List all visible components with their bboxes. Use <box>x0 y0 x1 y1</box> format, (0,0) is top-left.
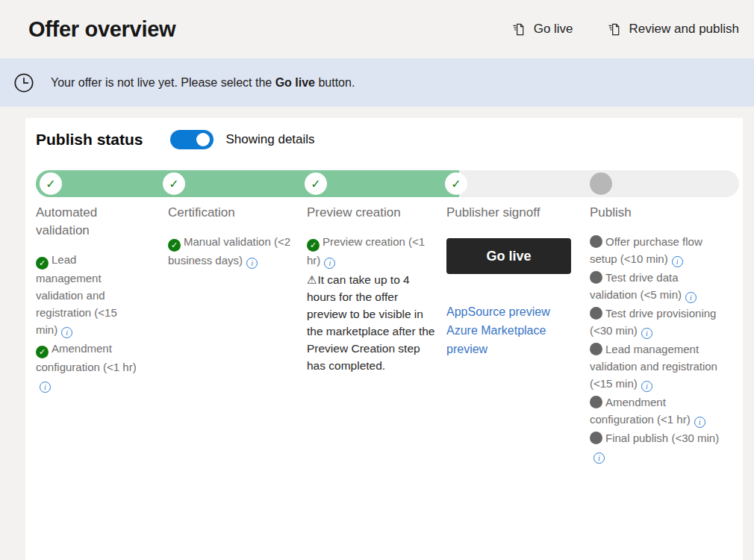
stage-column-automated-validation: Automated validation✓Lead management val… <box>36 204 140 394</box>
stage-label-certification: Certification <box>168 204 299 222</box>
check-icon: ✓ <box>168 239 181 252</box>
step-indicator-publish <box>590 172 612 195</box>
pending-dot-icon <box>590 307 602 320</box>
info-icon[interactable]: i <box>593 452 605 464</box>
progress-steps: ✓✓✓✓ <box>36 170 739 197</box>
pending-dot-icon <box>590 432 602 444</box>
info-icon[interactable]: i <box>324 258 335 269</box>
stage-label-automated-validation: Automated validation <box>36 204 140 240</box>
stage-label-preview-creation: Preview creation <box>307 204 436 222</box>
task-text: Amendment configuration (<1 hr) <box>590 396 691 426</box>
warning-text: It can take up to 4 hours for the offer … <box>307 273 434 372</box>
check-icon: ✓ <box>307 239 320 252</box>
step-indicator-preview-creation: ✓ <box>305 172 327 195</box>
showing-details-label: Showing details <box>226 132 315 147</box>
spacer <box>0 107 754 118</box>
stage-column-preview-creation: Preview creation✓Preview creation (<1 hr… <box>307 204 436 374</box>
task-text: Offer purchase flow setup (<10 min) <box>590 235 702 265</box>
toggle-knob <box>196 133 210 146</box>
offer-overview-page: Offer overview Go live <box>0 0 754 560</box>
task-row: Lead management validation and registrat… <box>590 340 721 392</box>
preview-links: AppSource previewAzure Marketplace previ… <box>446 302 579 358</box>
preview-delay-warning: ⚠It can take up to 4 hours for the offer… <box>307 271 436 374</box>
page-title: Offer overview <box>28 17 175 42</box>
pending-dot-icon <box>590 271 602 284</box>
pending-dot-icon <box>590 396 602 408</box>
task-text: Amendment configuration (<1 hr) <box>36 342 137 373</box>
task-row: ✓Manual validation (<2 business days)i <box>168 233 299 269</box>
banner-message: Your offer is not live yet. Please selec… <box>51 76 355 90</box>
publish-document-icon <box>608 22 622 37</box>
task-row: ✓Lead management validation and registra… <box>36 251 140 338</box>
task-text: Test drive provisioning (<30 min) <box>590 307 716 337</box>
header-actions: Go live Review and publish <box>512 22 739 37</box>
info-icon[interactable]: i <box>40 382 51 393</box>
task-text: Lead management validation and registrat… <box>590 343 717 390</box>
stage-label-publish: Publish <box>590 204 721 222</box>
info-icon[interactable]: i <box>672 256 683 267</box>
task-row: ✓Preview creation (<1 hr)i <box>307 233 436 269</box>
task-text: Test drive data validation (<5 min) <box>590 271 682 301</box>
task-row: ✓Amendment configuration (<1 hr)i <box>36 340 140 393</box>
banner-go-live-bold: Go live <box>275 76 315 89</box>
info-icon[interactable]: i <box>61 327 72 338</box>
task-row: Offer purchase flow setup (<10 min)i <box>590 233 721 267</box>
step-indicator-certification: ✓ <box>163 172 185 195</box>
step-indicator-publisher-signoff: ✓ <box>445 172 467 195</box>
info-icon[interactable]: i <box>694 417 705 428</box>
review-and-publish-button[interactable]: Review and publish <box>608 22 739 37</box>
info-icon[interactable]: i <box>641 381 652 392</box>
stage-column-publish: PublishOffer purchase flow setup (<10 mi… <box>590 204 721 465</box>
publish-document-icon <box>512 22 526 37</box>
task-row: Final publish (<30 min)i <box>590 429 721 464</box>
clock-icon <box>13 72 34 93</box>
stage-label-publisher-signoff: Publisher signoff <box>446 204 579 222</box>
task-text: Manual validation (<2 business days) <box>168 235 290 267</box>
info-icon[interactable]: i <box>641 328 652 339</box>
task-row: Test drive data validation (<5 min)i <box>590 269 721 303</box>
publish-status-header: Publish status Showing details <box>36 130 739 149</box>
publish-status-title: Publish status <box>36 131 143 149</box>
link-azure-marketplace-preview[interactable]: Azure Marketplace preview <box>446 321 579 358</box>
go-live-header-label: Go live <box>534 22 573 37</box>
task-row: Test drive provisioning (<30 min)i <box>590 305 721 339</box>
info-icon[interactable]: i <box>685 292 697 303</box>
publish-status-card: Publish status Showing details ✓✓✓✓ Auto… <box>25 118 743 560</box>
page-header: Offer overview Go live <box>0 0 754 58</box>
stage-column-publisher-signoff: Publisher signoffGo liveAppSource previe… <box>446 204 579 358</box>
task-row: Amendment configuration (<1 hr)i <box>590 393 721 428</box>
review-and-publish-label: Review and publish <box>629 22 739 37</box>
publish-progress-bar: ✓✓✓✓ <box>36 170 739 197</box>
pending-dot-icon <box>590 343 602 355</box>
check-icon: ✓ <box>36 346 49 358</box>
go-live-header-button[interactable]: Go live <box>512 22 573 37</box>
showing-details-toggle[interactable] <box>170 130 214 149</box>
check-icon: ✓ <box>36 257 49 270</box>
link-appsource-preview[interactable]: AppSource preview <box>446 302 579 321</box>
stage-column-certification: Certification✓Manual validation (<2 busi… <box>168 204 299 270</box>
stage-columns: Automated validation✓Lead management val… <box>36 204 739 555</box>
info-icon[interactable]: i <box>246 258 258 269</box>
warning-icon: ⚠ <box>307 273 317 286</box>
pending-dot-icon <box>590 235 602 248</box>
not-live-banner: Your offer is not live yet. Please selec… <box>0 58 754 107</box>
go-live-button[interactable]: Go live <box>446 238 571 274</box>
step-indicator-automated-validation: ✓ <box>40 172 62 195</box>
task-text: Final publish (<30 min) <box>605 432 719 444</box>
